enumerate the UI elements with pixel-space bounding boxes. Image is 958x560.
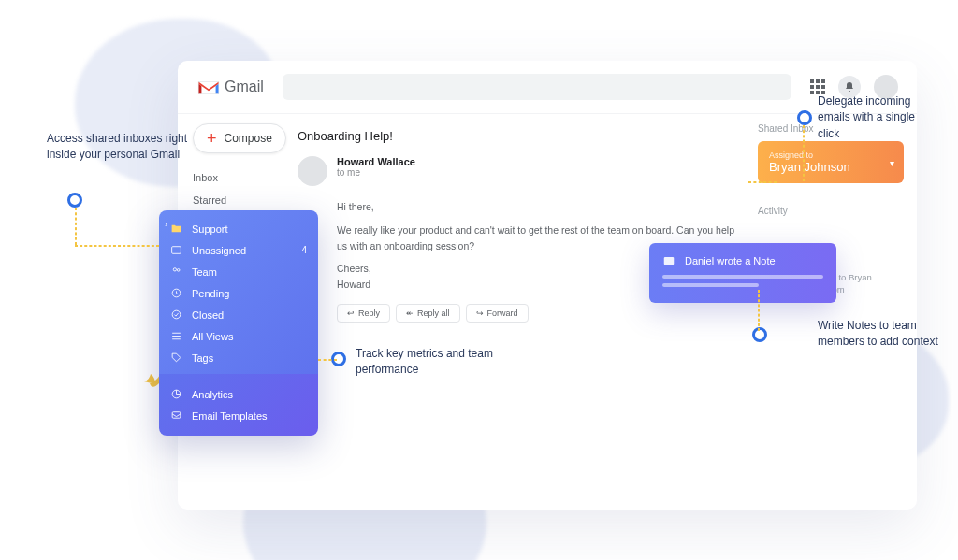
reply-button[interactable]: ↩Reply	[337, 304, 390, 323]
sender-name: Howard Wallace	[337, 156, 415, 167]
shared-team[interactable]: Team	[170, 261, 307, 282]
compose-label: Compose	[225, 132, 272, 145]
shared-tags[interactable]: Tags	[170, 347, 307, 368]
shared-closed[interactable]: Closed	[170, 304, 307, 325]
svg-point-5	[172, 310, 181, 319]
clock-icon	[170, 287, 182, 299]
shared-allviews[interactable]: All Views	[170, 325, 307, 347]
callout-marker	[797, 110, 812, 125]
folder-icon	[170, 223, 182, 235]
sender-avatar	[298, 156, 327, 186]
svg-point-3	[177, 269, 180, 272]
compose-button[interactable]: + Compose	[193, 123, 286, 153]
chevron-down-icon: ▾	[890, 157, 894, 167]
reply-all-button[interactable]: ↞Reply all	[396, 304, 460, 323]
gmail-icon	[196, 78, 221, 96]
callout-marker	[67, 193, 82, 208]
svg-rect-1	[172, 247, 181, 254]
templates-item[interactable]: Email Templates	[170, 405, 307, 426]
search-input[interactable]	[283, 74, 791, 100]
forward-button[interactable]: ↪Forward	[466, 304, 529, 323]
shared-inbox-support[interactable]: Support	[170, 218, 307, 239]
email-subject: Onboarding Help!	[298, 129, 741, 143]
shared-unassigned[interactable]: Unassigned4	[170, 239, 307, 261]
note-card[interactable]: Daniel wrote a Note	[649, 243, 836, 303]
right-panel: Shared Inbox Assigned to Bryan Johnson ▾…	[758, 114, 917, 509]
gmail-logo: Gmail	[196, 78, 264, 96]
topbar: Gmail	[178, 61, 917, 114]
recipient-label: to me	[337, 167, 415, 178]
template-icon	[170, 409, 182, 422]
team-icon	[170, 266, 182, 278]
apps-icon[interactable]	[810, 79, 825, 94]
callout-shared-inbox: Access shared inboxes right inside your …	[47, 131, 196, 164]
plus-icon: +	[207, 133, 217, 144]
forward-icon: ↪	[476, 309, 484, 318]
tag-icon	[170, 352, 182, 364]
activity-label: Activity	[758, 206, 904, 216]
callout-marker	[752, 327, 767, 342]
email-view: Onboarding Help! Howard Wallace to me Hi…	[281, 114, 758, 509]
list-icon	[170, 330, 182, 342]
shared-pending[interactable]: Pending	[170, 282, 307, 304]
check-icon	[170, 309, 182, 321]
chevron-right-icon: ›	[165, 220, 167, 229]
callout-metrics: Track key metrics and team performance	[356, 346, 505, 379]
sidebar-item-inbox[interactable]: Inbox	[193, 166, 281, 189]
callout-delegate: Delegate incoming emails with a single c…	[818, 93, 939, 142]
app-name: Gmail	[225, 79, 264, 95]
assignee-card[interactable]: Assigned to Bryan Johnson ▾	[758, 141, 904, 183]
callout-notes: Write Notes to team members to add conte…	[818, 318, 939, 351]
shared-inbox-panel: › Support Unassigned4 Team Pending Close…	[159, 210, 318, 436]
reply-icon: ↩	[347, 309, 355, 318]
analytics-item[interactable]: Analytics	[170, 383, 307, 405]
inbox-icon	[170, 244, 182, 256]
reply-all-icon: ↞	[406, 309, 414, 318]
svg-rect-8	[664, 257, 675, 265]
note-preview-lines	[662, 275, 823, 287]
svg-point-2	[173, 268, 176, 271]
chart-icon	[170, 388, 182, 400]
note-icon	[662, 254, 675, 267]
sidebar-item-starred[interactable]: Starred	[193, 189, 281, 211]
